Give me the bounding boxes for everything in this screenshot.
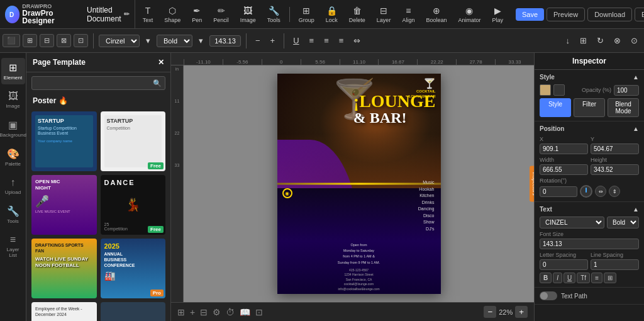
edit-title-icon[interactable]: ✏ [124,10,130,18]
position-section-header[interactable]: Position ▲ [540,125,639,132]
italic-button[interactable]: I [553,273,562,283]
style-section-header[interactable]: Style ▲ [540,74,639,81]
decrease-size-icon[interactable]: − [252,34,264,47]
width-input[interactable] [540,164,588,175]
template-card-misc[interactable]: ... [101,302,166,321]
inspector-font-size-input[interactable] [540,239,639,249]
tab-blend-mode[interactable]: Blend Mode [608,98,639,117]
text-align-center-icon[interactable]: ≡ [320,34,333,47]
color-swatch-2[interactable] [553,84,565,96]
tool-animator[interactable]: ◉ Animator [453,4,486,25]
sidebar-item-palette[interactable]: 🎨 Palette [1,144,25,171]
opacity-input[interactable] [614,85,639,96]
tool-lock[interactable]: 🔒 Lock [321,4,343,25]
height-input[interactable] [591,164,639,175]
font-size-input[interactable]: 143.13 [209,35,241,47]
link-icon[interactable]: ⊞ [576,34,591,47]
template-search-input[interactable] [31,76,165,90]
underline-text-button[interactable]: U [564,273,575,283]
rotation-dial[interactable] [580,185,592,198]
sidebar-item-image[interactable]: 🖼 Image [1,87,25,113]
tool-boolean[interactable]: ⊕ Boolean [421,4,452,25]
grid-icon[interactable]: ⊞ [177,307,185,317]
font-weight-dropdown-icon[interactable]: ▾ [195,34,207,47]
tool-delete[interactable]: 🗑 Delete [344,4,370,25]
tool-group[interactable]: ⊞ Group [294,4,319,25]
flip-h-button[interactable]: ⇔ [595,186,606,197]
tool-layer[interactable]: ⊟ Layer [372,4,396,25]
underline-icon[interactable]: U [289,34,303,47]
tool-shape[interactable]: ⬡ Shape [159,4,186,25]
rotation-input[interactable] [540,186,577,197]
save-button[interactable]: Save [516,8,544,21]
letter-spacing-input[interactable] [540,259,588,270]
zoom-out-button[interactable]: − [484,306,496,318]
reveal-tab[interactable]: Inspectors [530,166,534,202]
text-transform-button[interactable]: Tf [577,273,590,283]
poster-canvas[interactable]: 🍸 [277,74,441,294]
timer-icon[interactable]: ⏱ [226,307,235,317]
inspector-weight-select[interactable]: Bold [607,217,639,228]
sidebar-item-layer-list[interactable]: ≡ Layer List [1,230,25,262]
sidebar-item-tools[interactable]: 🔧 Tools [1,201,25,228]
template-card-startup2[interactable]: STARTUP Competition Free [101,111,166,171]
text-list-btn[interactable]: ⊞ [604,273,616,283]
template-card-conference[interactable]: 2025 ANNUALBUSINESSCONFERENCE 🏭 Pro [101,239,166,298]
template-card-dance[interactable]: DANCE 💃 25Competition Free [101,175,166,235]
ellipsis-icon[interactable]: ⊡ [255,307,263,317]
add-page-icon[interactable]: + [190,307,195,317]
zoom-in-button[interactable]: + [515,306,528,318]
text-align-left-icon[interactable]: ≡ [306,34,318,47]
tool-pen[interactable]: ✒ Pen [187,4,207,25]
text-path-toggle[interactable] [540,291,557,300]
export-ani-button[interactable]: Export ANI [635,8,644,21]
font-family-select[interactable]: Cinzel [99,35,140,47]
align-left-button[interactable]: ⬛ [3,34,20,47]
bold-button[interactable]: B [540,273,552,283]
copy-page-icon[interactable]: ⊟ [200,307,208,317]
align-icon-4[interactable]: ⊡ [74,34,88,47]
x-input[interactable] [540,144,588,154]
tool-play[interactable]: ▶ Play [487,4,508,25]
text-align-btn[interactable]: ≡ [591,273,602,283]
line-spacing-input[interactable] [591,259,639,270]
align-icon-1[interactable]: ⊞ [23,34,37,47]
settings-page-icon[interactable]: ⚙ [213,307,221,317]
poster-main-title[interactable]: ¡LOUNGE & BAR! [353,93,436,125]
template-card-startup1[interactable]: STARTUP Startup CompetitionBusiness Even… [31,111,97,171]
font-dropdown-icon[interactable]: ▾ [142,34,154,47]
canvas-workspace[interactable]: 🍸 [184,65,534,302]
increase-size-icon[interactable]: + [267,34,279,47]
flip-icon[interactable]: ⊗ [610,34,625,47]
y-input[interactable] [591,144,639,154]
text-align-right-icon[interactable]: ≡ [335,34,348,47]
tab-style[interactable]: Style [540,98,571,117]
color-swatch-1[interactable] [540,84,551,96]
book-icon[interactable]: 📖 [240,307,250,317]
sidebar-item-upload[interactable]: ↑ Upload [1,173,25,199]
preview-button[interactable]: Preview [547,8,585,21]
tool-pencil[interactable]: ✏ Pencil [208,4,234,25]
download-button[interactable]: Download [587,8,632,21]
font-weight-select[interactable]: Bold [157,35,192,47]
template-card-open-mic[interactable]: OPEN MICNIGHT 🎤 LIVE MUSIC EVENT [31,175,97,235]
tool-text[interactable]: T Text [138,4,158,25]
rotate-icon[interactable]: ↻ [593,34,608,47]
tool-image[interactable]: 🖼 Image [235,4,261,25]
download-small-icon[interactable]: ↓ [562,34,574,47]
flip-v-button[interactable]: ⇕ [609,186,620,197]
template-card-employee[interactable]: Employee of the Week - December 2024 Pro [31,302,97,321]
text-section-header[interactable]: Text ▲ [540,206,639,213]
tool-tools[interactable]: 🔧 Tools [262,4,286,25]
align-icon-2[interactable]: ⊟ [40,34,54,47]
tool-align[interactable]: ≡ Align [397,4,419,25]
more-icon[interactable]: ⊙ [627,34,641,47]
inspector-font-select[interactable]: CINZEL [540,217,604,228]
template-card-football[interactable]: DRAFTKINGS SPORTS FAN WATCH LIVE SUNDAY … [31,239,97,298]
letter-spacing-icon[interactable]: ⇔ [350,34,364,47]
sidebar-item-background[interactable]: ▣ Background [1,115,25,142]
align-icon-3[interactable]: ⊠ [57,34,71,47]
panel-close-icon[interactable]: ✕ [158,58,164,67]
tab-filter[interactable]: Filter [574,98,605,117]
sidebar-item-element[interactable]: ⊞ Element [1,58,25,84]
